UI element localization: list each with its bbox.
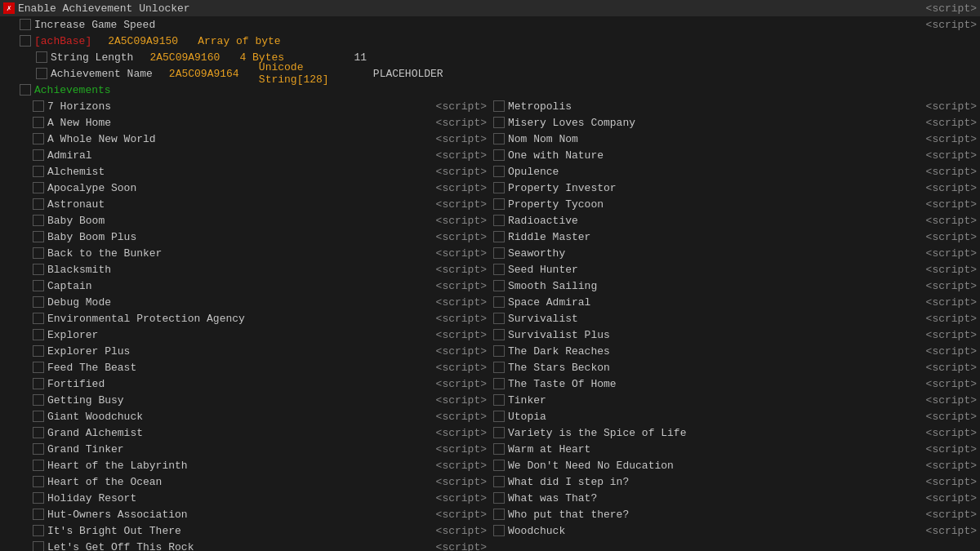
right-ach-checkbox-8[interactable]: [493, 231, 505, 242]
left-ach-checkbox-18[interactable]: [33, 394, 44, 406]
right-ach-row: Opulence <script>: [490, 163, 980, 180]
right-ach-script-7: <script>: [911, 215, 977, 227]
right-ach-checkbox-1[interactable]: [493, 117, 505, 128]
left-ach-checkbox-12[interactable]: [33, 296, 44, 308]
right-ach-checkbox-2[interactable]: [493, 133, 505, 144]
left-ach-row: It's Bright Out There <script>: [0, 522, 490, 539]
left-ach-row: Hut-Owners Association <script>: [0, 506, 490, 522]
right-ach-script-6: <script>: [911, 198, 977, 211]
ach-name-checkbox[interactable]: [36, 68, 47, 79]
left-ach-checkbox-6[interactable]: [33, 198, 44, 210]
right-ach-row: Misery Loves Company <script>: [490, 114, 980, 131]
right-ach-script-8: <script>: [911, 231, 977, 243]
left-ach-script-20: <script>: [421, 427, 487, 439]
string-length-label: String Length: [51, 51, 133, 64]
left-ach-script-22: <script>: [421, 460, 487, 472]
left-ach-row: Holiday Resort <script>: [0, 490, 490, 506]
enable-row: Enable Achievement Unlocker <script>: [0, 0, 980, 16]
right-ach-checkbox-5[interactable]: [493, 182, 505, 193]
string-length-addr: 2A5C09A9160: [149, 51, 239, 64]
left-ach-script-7: <script>: [421, 215, 487, 227]
left-ach-checkbox-19[interactable]: [33, 411, 44, 422]
left-ach-checkbox-23[interactable]: [33, 476, 44, 487]
left-ach-checkbox-4[interactable]: [33, 166, 44, 177]
right-ach-script-4: <script>: [911, 166, 977, 178]
left-ach-checkbox-5[interactable]: [33, 182, 44, 193]
right-ach-checkbox-3[interactable]: [493, 149, 505, 161]
right-ach-checkbox-10[interactable]: [493, 264, 505, 275]
right-ach-checkbox-23[interactable]: [493, 476, 505, 487]
right-ach-checkbox-18[interactable]: [493, 394, 505, 406]
left-ach-checkbox-16[interactable]: [33, 362, 44, 373]
left-ach-checkbox-27[interactable]: [33, 541, 44, 551]
left-ach-checkbox-17[interactable]: [33, 378, 44, 389]
left-ach-name-16: Feed The Beast: [47, 362, 421, 374]
left-ach-checkbox-14[interactable]: [33, 329, 44, 340]
right-ach-checkbox-21[interactable]: [493, 443, 505, 455]
left-ach-name-21: Grand Tinker: [47, 443, 421, 455]
left-ach-checkbox-0[interactable]: [33, 100, 44, 112]
left-ach-checkbox-13[interactable]: [33, 313, 44, 324]
right-ach-name-6: Property Tycoon: [508, 198, 911, 211]
left-ach-name-18: Getting Busy: [47, 394, 421, 407]
left-ach-checkbox-25[interactable]: [33, 509, 44, 520]
achievements-header-row: Achievements: [16, 82, 980, 98]
left-ach-row: Apocalype Soon <script>: [0, 180, 490, 196]
right-ach-checkbox-24[interactable]: [493, 492, 505, 504]
left-ach-checkbox-22[interactable]: [33, 460, 44, 471]
left-ach-checkbox-3[interactable]: [33, 149, 44, 161]
left-ach-checkbox-15[interactable]: [33, 345, 44, 357]
right-ach-checkbox-6[interactable]: [493, 198, 505, 210]
right-ach-checkbox-0[interactable]: [493, 100, 505, 112]
left-ach-script-15: <script>: [421, 345, 487, 358]
left-ach-name-19: Giant Woodchuck: [47, 411, 421, 423]
right-ach-checkbox-16[interactable]: [493, 362, 505, 373]
right-ach-name-8: Riddle Master: [508, 231, 911, 243]
right-ach-checkbox-15[interactable]: [493, 345, 505, 357]
left-ach-row: Baby Boom <script>: [0, 212, 490, 229]
ach-base-checkbox[interactable]: [20, 35, 31, 47]
right-ach-name-7: Radioactive: [508, 215, 911, 227]
right-ach-script-1: <script>: [911, 117, 977, 129]
string-length-checkbox[interactable]: [36, 51, 47, 63]
right-ach-row: Nom Nom Nom <script>: [490, 131, 980, 147]
main-container: Enable Achievement Unlocker <script> Inc…: [0, 0, 980, 551]
enable-checkbox[interactable]: [3, 2, 15, 14]
right-ach-checkbox-4[interactable]: [493, 166, 505, 177]
increase-speed-checkbox[interactable]: [20, 19, 31, 30]
left-ach-checkbox-11[interactable]: [33, 280, 44, 291]
right-ach-checkbox-17[interactable]: [493, 378, 505, 389]
achievements-header-checkbox[interactable]: [20, 84, 31, 96]
right-ach-name-10: Seed Hunter: [508, 264, 911, 276]
right-ach-checkbox-22[interactable]: [493, 460, 505, 471]
left-ach-row: Grand Alchemist <script>: [0, 424, 490, 441]
left-ach-checkbox-8[interactable]: [33, 231, 44, 242]
right-ach-checkbox-13[interactable]: [493, 313, 505, 324]
right-ach-checkbox-9[interactable]: [493, 247, 505, 259]
right-ach-checkbox-12[interactable]: [493, 296, 505, 308]
left-ach-checkbox-10[interactable]: [33, 264, 44, 275]
right-ach-script-17: <script>: [911, 378, 977, 390]
left-ach-checkbox-24[interactable]: [33, 492, 44, 504]
left-ach-name-15: Explorer Plus: [47, 345, 421, 358]
right-ach-script-11: <script>: [911, 280, 977, 292]
left-ach-script-4: <script>: [421, 166, 487, 178]
left-ach-checkbox-9[interactable]: [33, 247, 44, 259]
right-ach-checkbox-25[interactable]: [493, 509, 505, 520]
right-ach-checkbox-11[interactable]: [493, 280, 505, 291]
right-ach-checkbox-19[interactable]: [493, 411, 505, 422]
left-ach-checkbox-1[interactable]: [33, 117, 44, 128]
right-ach-checkbox-14[interactable]: [493, 329, 505, 340]
left-ach-checkbox-26[interactable]: [33, 525, 44, 536]
right-ach-checkbox-26[interactable]: [493, 525, 505, 536]
left-ach-checkbox-7[interactable]: [33, 215, 44, 226]
right-ach-row: Smooth Sailing <script>: [490, 278, 980, 294]
right-ach-name-2: Nom Nom Nom: [508, 133, 911, 145]
right-ach-checkbox-7[interactable]: [493, 215, 505, 226]
right-ach-name-4: Opulence: [508, 166, 911, 178]
right-ach-script-23: <script>: [911, 476, 977, 488]
left-ach-checkbox-20[interactable]: [33, 427, 44, 438]
left-ach-checkbox-2[interactable]: [33, 133, 44, 144]
left-ach-checkbox-21[interactable]: [33, 443, 44, 455]
right-ach-checkbox-20[interactable]: [493, 427, 505, 438]
